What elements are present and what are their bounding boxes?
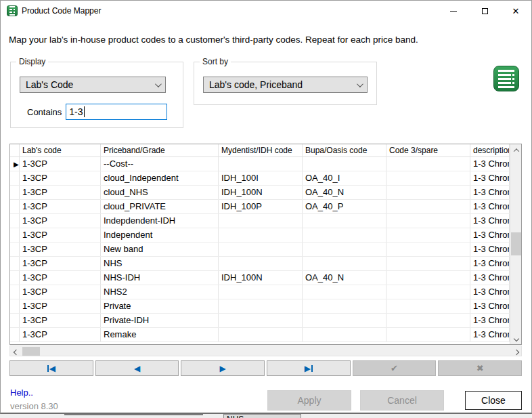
discard-changes-button[interactable]: ✖ [438, 360, 522, 376]
column-header-bupa[interactable]: Bupa/Oasis code [303, 144, 386, 156]
table-cell[interactable]: 1-3 Chrome [470, 314, 510, 327]
table-cell[interactable]: 1-3 Chrome [470, 157, 510, 171]
accept-changes-button[interactable]: ✔ [353, 360, 437, 376]
table-cell[interactable]: NHS2 [101, 285, 219, 299]
column-header-mydentist[interactable]: Mydentist/IDH code [219, 144, 303, 156]
table-cell[interactable]: IDH_100N [219, 186, 303, 199]
last-record-button[interactable]: ▶ [267, 360, 351, 376]
table-row[interactable]: 1-3CPcloud_PRIVATEIDH_100POA_40_P1-3 Chr… [10, 200, 510, 214]
table-cell[interactable]: 1-3 Chrome [470, 214, 510, 228]
table-cell[interactable]: 1-3 Chrome [470, 186, 510, 199]
table-cell[interactable]: 1-3 Chrome [470, 200, 510, 213]
table-cell[interactable]: 1-3 Chrome [470, 243, 510, 256]
table-cell[interactable] [303, 214, 386, 228]
table-cell[interactable]: --Cost-- [101, 157, 219, 171]
table-cell[interactable] [386, 157, 470, 171]
table-cell[interactable]: 1-3 Chrome [470, 328, 510, 341]
row-selector-cell[interactable] [10, 257, 20, 270]
table-cell[interactable]: OA_40_P [303, 200, 386, 213]
column-header-description[interactable]: description [470, 144, 510, 156]
table-cell[interactable]: 1-3CP [20, 243, 101, 256]
table-row[interactable]: 1-3CPPrivate1-3 Chrome [10, 299, 510, 314]
cancel-button[interactable]: Cancel [360, 390, 444, 411]
table-cell[interactable] [386, 186, 470, 199]
table-cell[interactable] [386, 171, 470, 185]
column-header-labs-code[interactable]: Lab's code [20, 144, 101, 156]
table-row[interactable]: 1-3CPcloud_NHSIDH_100NOA_40_N1-3 Chrome [10, 186, 510, 200]
table-cell[interactable]: 1-3 Chrome [470, 271, 510, 285]
table-cell[interactable] [303, 243, 386, 256]
table-cell[interactable]: 1-3CP [20, 285, 101, 299]
table-cell[interactable] [386, 214, 470, 228]
table-cell[interactable] [386, 299, 470, 313]
table-cell[interactable] [219, 299, 303, 313]
table-cell[interactable] [303, 299, 386, 313]
table-cell[interactable]: 1-3CP [20, 214, 101, 228]
table-cell[interactable]: 1-3 Chrome [470, 299, 510, 313]
scroll-left-button[interactable] [10, 346, 22, 358]
table-cell[interactable]: OA_40_I [303, 171, 386, 185]
table-cell[interactable]: cloud_Independent [101, 171, 219, 185]
table-cell[interactable]: OA_40_N [303, 186, 386, 199]
table-cell[interactable]: cloud_PRIVATE [101, 200, 219, 213]
table-cell[interactable] [386, 271, 470, 285]
table-cell[interactable] [303, 157, 386, 171]
row-selector-cell[interactable] [10, 285, 20, 299]
table-cell[interactable] [386, 328, 470, 341]
table-cell[interactable]: IDH_100I [219, 171, 303, 185]
scroll-down-button[interactable] [510, 333, 522, 344]
vertical-scrollbar-thumb[interactable] [511, 232, 521, 255]
contains-input[interactable]: 1-3 [66, 104, 167, 120]
table-cell[interactable]: Independent [101, 228, 219, 242]
sort-by-dropdown[interactable]: Lab's code, Priceband [203, 77, 368, 93]
minimize-button[interactable] [438, 1, 469, 21]
next-record-button[interactable]: ▶ [181, 360, 265, 376]
table-cell[interactable]: New band [101, 243, 219, 256]
table-row[interactable]: 1-3CPIndependent1-3 Chrome [10, 228, 510, 243]
product-list-icon[interactable] [493, 66, 519, 91]
maximize-button[interactable] [469, 1, 500, 21]
row-selector-cell[interactable]: ▶ [10, 157, 20, 171]
row-selector-cell[interactable] [10, 228, 20, 242]
table-cell[interactable] [386, 314, 470, 327]
vertical-scrollbar[interactable] [510, 144, 521, 344]
table-cell[interactable] [303, 314, 386, 327]
table-cell[interactable]: cloud_NHS [101, 186, 219, 199]
table-row[interactable]: 1-3CPRemake1-3 Chrome [10, 328, 510, 342]
table-cell[interactable] [219, 228, 303, 242]
horizontal-scrollbar-thumb[interactable] [22, 347, 40, 356]
table-cell[interactable] [386, 285, 470, 299]
table-row[interactable]: 1-3CPNew band1-3 Chrome [10, 243, 510, 257]
previous-record-button[interactable]: ◀ [95, 360, 179, 376]
table-cell[interactable]: IDH_100N [219, 271, 303, 285]
table-row[interactable]: 1-3CPNHS21-3 Chrome [10, 285, 510, 299]
table-row[interactable]: 1-3CPIndepdendent-IDH1-3 Chrome [10, 214, 510, 228]
table-cell[interactable]: 1-3CP [20, 314, 101, 327]
table-cell[interactable] [219, 157, 303, 171]
display-dropdown[interactable]: Lab's Code [20, 77, 166, 93]
table-cell[interactable] [219, 314, 303, 327]
table-row[interactable]: 1-3CPNHS-IDHIDH_100NOA_40_N1-3 Chrome [10, 271, 510, 285]
table-cell[interactable] [386, 243, 470, 256]
first-record-button[interactable]: ◀ [9, 360, 93, 376]
row-selector-cell[interactable] [10, 271, 20, 285]
table-cell[interactable]: 1-3CP [20, 200, 101, 213]
table-cell[interactable]: NHS-IDH [101, 271, 219, 285]
column-header-priceband[interactable]: Priceband/Grade [101, 144, 219, 156]
row-selector-cell[interactable] [10, 243, 20, 256]
apply-button[interactable]: Apply [267, 390, 351, 411]
table-cell[interactable]: 1-3CP [20, 257, 101, 270]
table-cell[interactable] [303, 228, 386, 242]
table-cell[interactable] [219, 328, 303, 341]
table-cell[interactable]: 1-3CP [20, 157, 101, 171]
row-selector-cell[interactable] [10, 299, 20, 313]
table-cell[interactable]: 1-3 Chrome [470, 171, 510, 185]
table-cell[interactable] [386, 228, 470, 242]
table-cell[interactable]: 1-3CP [20, 171, 101, 185]
table-cell[interactable]: Remake [101, 328, 219, 341]
table-cell[interactable] [303, 257, 386, 270]
table-cell[interactable]: 1-3CP [20, 228, 101, 242]
close-window-button[interactable]: ✕ [500, 1, 531, 21]
row-selector-cell[interactable] [10, 186, 20, 199]
table-cell[interactable]: OA_40_N [303, 271, 386, 285]
